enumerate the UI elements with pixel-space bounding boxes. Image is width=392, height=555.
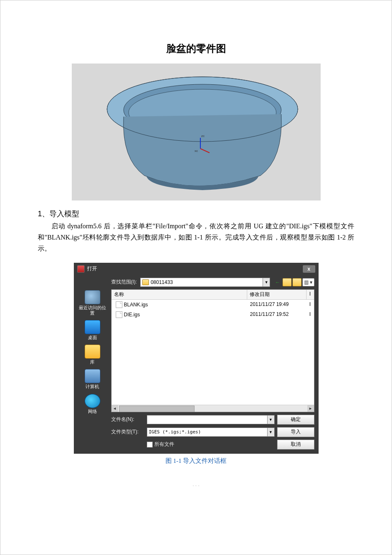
file-row[interactable]: BLANK.igs 2011/11/27 19:49 I <box>112 300 314 310</box>
file-list[interactable]: 名称 修改日期 I BLANK.igs 2011/11/27 19:49 I <box>111 289 314 412</box>
computer-icon <box>85 369 100 383</box>
page-title: 脸盆的零件图 <box>38 42 354 55</box>
col-date[interactable]: 修改日期 <box>247 290 307 299</box>
network-icon <box>85 394 100 408</box>
col-type[interactable]: I <box>307 290 314 299</box>
filename-input[interactable]: ▼ <box>147 415 275 424</box>
sidebar-item-desktop[interactable]: 桌面 <box>85 320 100 340</box>
folder-icon <box>142 279 149 285</box>
close-button[interactable]: x <box>303 265 315 273</box>
new-folder-button[interactable] <box>292 278 302 286</box>
dialog-title: 打开 <box>87 265 97 272</box>
allfiles-label: 所有文件 <box>154 441 174 448</box>
sidebar-item-computer[interactable]: 计算机 <box>85 369 100 389</box>
filetype-label: 文件类型(T): <box>111 428 144 435</box>
allfiles-checkbox[interactable] <box>147 442 153 447</box>
file-icon <box>116 301 122 308</box>
back-button[interactable]: ← <box>273 279 282 286</box>
scroll-left-icon[interactable]: ◄ <box>112 405 118 412</box>
paragraph-1: 启动 dynaform5.6 后，选择菜单栏"File/Import"命令，依次… <box>38 220 354 254</box>
figure-caption-1: 图 1-1 导入文件对话框 <box>38 457 354 465</box>
chevron-down-icon[interactable]: ▼ <box>267 416 274 424</box>
col-name[interactable]: 名称 <box>112 290 247 299</box>
library-icon <box>85 345 100 359</box>
chevron-down-icon[interactable]: ▼ <box>267 428 274 436</box>
ok-button[interactable]: 确定 <box>277 415 314 425</box>
filename-label: 文件名(N): <box>111 416 144 423</box>
h-scrollbar[interactable]: ◄ ► <box>112 405 314 412</box>
sidebar-item-network[interactable]: 网络 <box>85 394 100 414</box>
app-icon <box>77 265 85 273</box>
lookin-combo[interactable]: 08011433 ▼ <box>140 278 270 287</box>
lookin-value: 08011433 <box>151 279 173 285</box>
scroll-right-icon[interactable]: ► <box>307 405 314 412</box>
file-icon <box>116 311 122 318</box>
import-button[interactable]: 导入 <box>277 427 314 437</box>
sidebar-item-library[interactable]: 库 <box>85 345 100 365</box>
desktop-icon <box>85 320 100 334</box>
places-sidebar: 最近访问的位置 桌面 库 计算机 网络 <box>78 278 107 450</box>
cad-render: zc xc <box>72 64 321 200</box>
lookin-label: 查找范围(I): <box>111 279 137 286</box>
view-menu-button[interactable]: ▥ ▾ <box>302 278 314 286</box>
file-row[interactable]: DIE.igs 2011/11/27 19:52 I <box>112 310 314 320</box>
sidebar-item-recent[interactable]: 最近访问的位置 <box>78 290 107 316</box>
section-title-1: 1、导入模型 <box>38 209 354 219</box>
axis-x-label: xc <box>195 149 198 153</box>
scroll-thumb[interactable] <box>119 406 195 412</box>
chevron-down-icon[interactable]: ▼ <box>263 278 270 286</box>
open-dialog: 打开 x 最近访问的位置 桌面 库 <box>74 263 319 454</box>
page-footer: . . . <box>38 482 354 487</box>
up-folder-button[interactable] <box>282 278 292 286</box>
cancel-button[interactable]: 取消 <box>277 440 314 450</box>
axis-z-label: zc <box>201 134 205 138</box>
filetype-combo[interactable]: IGES (*.igs;*.iges) ▼ <box>147 428 275 437</box>
recent-icon <box>85 290 100 304</box>
